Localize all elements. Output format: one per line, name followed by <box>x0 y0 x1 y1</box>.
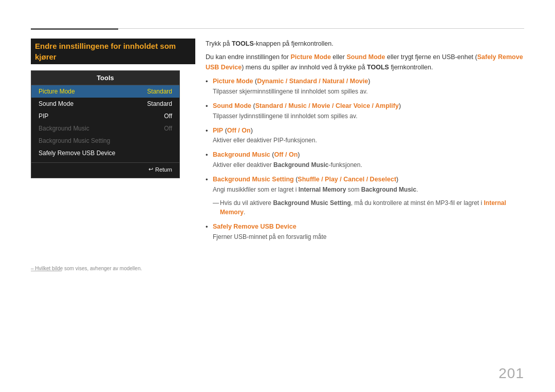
tools-menu-title: Tools <box>31 71 179 85</box>
tools-menu-item-picture-mode[interactable]: Picture Mode Standard <box>31 85 179 98</box>
bullet-bg-music: Background Music (Off / On) Aktiver elle… <box>206 150 524 170</box>
bullet-sound-mode: Sound Mode (Standard / Music / Movie / C… <box>206 101 524 121</box>
bullet-bg-music-text: Background Music (Off / On) <box>213 151 300 158</box>
left-column: Endre innstillingene for innholdet som k… <box>31 39 195 273</box>
bg-music-setting-label: Background Music Setting <box>39 137 110 144</box>
bullet-picture-mode: Picture Mode (Dynamic / Standard / Natur… <box>206 77 524 96</box>
bullet-bg-music-setting-sub: Angi musikkfiler som er lagret i Interna… <box>213 185 524 194</box>
bullet-bg-music-sub: Aktiver eller deaktiver Background Music… <box>213 160 524 170</box>
bullet-bg-music-setting-text: Background Music Setting (Shuffle / Play… <box>213 176 398 183</box>
bullet-picture-mode-text: Picture Mode (Dynamic / Standard / Natur… <box>213 78 370 85</box>
tools-menu-item-bg-music[interactable]: Background Music Off <box>31 122 179 135</box>
tools-menu: Tools Picture Mode Standard Sound Mode S… <box>31 70 180 178</box>
bullet-picture-mode-sub: Tilpasser skjerminnstillingene til innho… <box>213 87 524 96</box>
picture-mode-label: Picture Mode <box>39 88 75 95</box>
bullet-usb-text: Safely Remove USB Device <box>213 223 297 230</box>
tools-menu-item-pip[interactable]: PIP Off <box>31 110 179 122</box>
footnote: – Hvilket bilde som vises, avhenger av m… <box>31 266 142 271</box>
bullet-sound-mode-sub: Tilpasser lydinnstillingene til innholde… <box>213 111 524 121</box>
bullet-usb-sub: Fjerner USB-minnet på en forsvarlig måte <box>213 232 524 241</box>
tools-menu-item-bg-music-setting[interactable]: Background Music Setting <box>31 135 179 147</box>
bullet-sound-mode-text: Sound Mode (Standard / Music / Movie / C… <box>213 102 401 109</box>
note-dash: Hvis du vil aktivere Background Music Se… <box>213 198 524 217</box>
bullet-pip-text: PIP (Off / On) <box>213 127 253 134</box>
right-column: Trykk på TOOLS-knappen på fjernkontrolle… <box>206 39 524 247</box>
return-button[interactable]: ↩ Return <box>149 166 172 173</box>
bullet-list: Picture Mode (Dynamic / Standard / Natur… <box>206 77 524 241</box>
pip-label: PIP <box>39 113 48 120</box>
page-number: 201 <box>498 365 524 382</box>
sound-mode-value: Standard <box>147 100 172 107</box>
intro-para-1: Trykk på TOOLS-knappen på fjernkontrolle… <box>206 39 524 49</box>
pip-value: Off <box>164 113 172 120</box>
bg-music-label: Background Music <box>39 125 89 132</box>
bullet-pip: PIP (Off / On) Aktiver eller deaktiver P… <box>206 126 524 145</box>
bullet-usb: Safely Remove USB Device Fjerner USB-min… <box>206 222 524 241</box>
usb-label: Safely Remove USB Device <box>39 150 115 157</box>
return-arrow-icon: ↩ <box>149 166 153 173</box>
sound-mode-label: Sound Mode <box>39 100 73 107</box>
bullet-pip-sub: Aktiver eller deaktiver PIP-funksjonen. <box>213 136 524 145</box>
tools-menu-item-usb[interactable]: Safely Remove USB Device <box>31 147 179 159</box>
tools-menu-item-sound-mode[interactable]: Sound Mode Standard <box>31 98 179 110</box>
picture-mode-value: Standard <box>147 88 172 95</box>
tools-menu-footer: ↩ Return <box>31 162 179 174</box>
intro-para-2: Du kan endre innstillingen for Picture M… <box>206 52 524 72</box>
return-label: Return <box>155 166 172 173</box>
bullet-bg-music-setting: Background Music Setting (Shuffle / Play… <box>206 175 524 217</box>
bg-music-value: Off <box>164 125 172 132</box>
section-title: Endre innstillingene for innholdet som k… <box>31 39 195 64</box>
